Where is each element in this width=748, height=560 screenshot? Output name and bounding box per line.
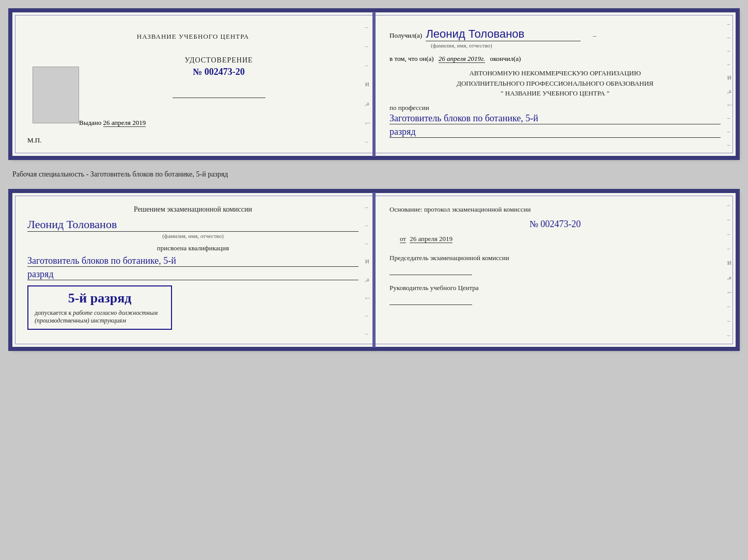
stamp-sub: допускается к работе согласно должностны… — [35, 309, 165, 325]
stamp-grade: 5-й разряд — [35, 291, 165, 306]
exam-left-panel: Решением экзаменационной комиссии Леонид… — [12, 193, 374, 347]
chairman-sig-line — [389, 265, 472, 275]
razryad-value: разряд — [389, 126, 721, 138]
exam-fio-label: (фамилия, имя, отчество) — [27, 233, 359, 239]
cert-left-panel: НАЗВАНИЕ УЧЕБНОГО ЦЕНТРА УДОСТОВЕРЕНИЕ №… — [12, 12, 374, 156]
from-date-value: 26 апреля 2019 — [410, 235, 453, 243]
photo-column — [27, 56, 79, 131]
photo-placeholder — [33, 67, 79, 123]
exam-right-panel: Основание: протокол экзаменационной коми… — [374, 193, 736, 347]
in-that-line: в том, что он(а) 26 апреля 2019г. окончи… — [389, 55, 721, 63]
specialty-label: Рабочая специальность - Заготовитель бло… — [10, 166, 738, 183]
exam-profession: Заготовитель блоков по ботанике, 5-й — [27, 255, 359, 267]
side-deco-exam-left: –––И,а‹––– — [365, 193, 370, 347]
center-name-top: НАЗВАНИЕ УЧЕБНОГО ЦЕНТРА — [137, 33, 249, 41]
chairman-label: Председатель экзаменационной комиссии — [389, 253, 721, 263]
page-wrapper: НАЗВАНИЕ УЧЕБНОГО ЦЕНТРА УДОСТОВЕРЕНИЕ №… — [10, 10, 738, 349]
exam-subtitle: присвоена квалификация — [27, 244, 359, 252]
cert-label: УДОСТОВЕРЕНИЕ — [184, 56, 253, 65]
side-deco-exam-right: ––––И,а‹–––– — [727, 193, 732, 347]
stamp-box: 5-й разряд допускается к работе согласно… — [27, 285, 172, 330]
in-that-suffix: окончил(а) — [490, 55, 521, 62]
received-prefix: Получил(а) — [389, 31, 422, 39]
chairman-block: Председатель экзаменационной комиссии — [389, 253, 721, 275]
org-line2: ДОПОЛНИТЕЛЬНОГО ПРОФЕССИОНАЛЬНОГО ОБРАЗО… — [389, 78, 721, 89]
in-that-date: 26 апреля 2019г. — [439, 55, 485, 63]
from-prefix: от — [400, 235, 406, 243]
from-date: от 26 апреля 2019 — [389, 235, 721, 243]
head-label: Руководитель учебного Центра — [389, 283, 721, 293]
head-block: Руководитель учебного Центра — [389, 283, 721, 305]
side-deco-right: ––––И,а‹–––– — [727, 12, 732, 156]
cert-number: № 002473-20 — [193, 67, 245, 77]
left-section-inner: УДОСТОВЕРЕНИЕ № 002473-20 Выдано 26 апре… — [27, 56, 359, 131]
head-sig-line — [389, 295, 472, 305]
osnov-line: Основание: протокол экзаменационной коми… — [389, 205, 721, 214]
org-line1: АВТОНОМНУЮ НЕКОММЕРЧЕСКУЮ ОРГАНИЗАЦИЮ — [389, 68, 721, 78]
profession-value: Заготовитель блоков по ботанике, 5-й — [389, 113, 721, 124]
profession-label: по профессии — [389, 104, 721, 112]
fio-label-top: (фамилия, имя, отчество) — [431, 42, 721, 49]
cert-right-panel: Получил(а) Леонид Толованов – (фамилия, … — [374, 12, 736, 156]
cert-main-column: УДОСТОВЕРЕНИЕ № 002473-20 Выдано 26 апре… — [79, 56, 359, 131]
protocol-number: № 002473-20 — [389, 219, 721, 230]
in-that-prefix: в том, что он(а) — [389, 55, 434, 62]
issued-label: Выдано — [79, 119, 101, 126]
mp-label: М.П. — [27, 136, 41, 145]
exam-razryad: разряд — [27, 269, 359, 280]
side-deco-left: –––И,а‹–– — [365, 12, 370, 156]
org-block: АВТОНОМНУЮ НЕКОММЕРЧЕСКУЮ ОРГАНИЗАЦИЮ ДО… — [389, 68, 721, 99]
org-name: " НАЗВАНИЕ УЧЕБНОГО ЦЕНТРА " — [389, 88, 721, 99]
exam-name: Леонид Толованов — [27, 218, 359, 232]
received-name: Леонид Толованов — [426, 27, 581, 41]
stamp-sub-text: допускается к — [35, 309, 71, 316]
bottom-certificate: Решением экзаменационной комиссии Леонид… — [10, 191, 738, 349]
exam-title: Решением экзаменационной комиссии — [27, 205, 359, 214]
issued-date: 26 апреля 2019 — [103, 119, 146, 127]
received-line: Получил(а) Леонид Толованов – — [389, 27, 721, 41]
top-certificate: НАЗВАНИЕ УЧЕБНОГО ЦЕНТРА УДОСТОВЕРЕНИЕ №… — [10, 10, 738, 158]
